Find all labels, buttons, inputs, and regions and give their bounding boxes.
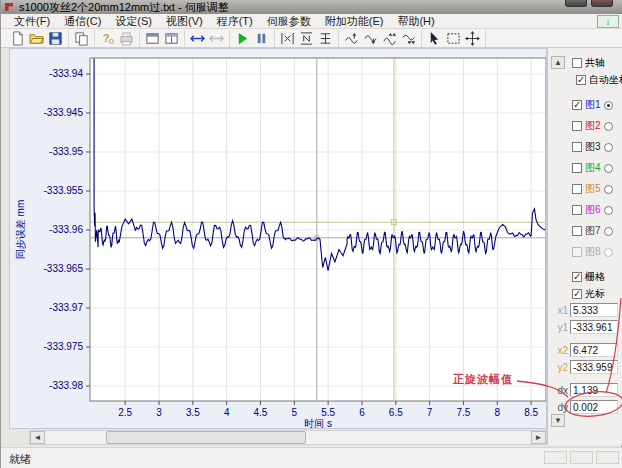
svg-text:8.5: 8.5 xyxy=(524,407,538,418)
readout-y1: y1 -333.961 xyxy=(554,320,618,334)
svg-text:-333.975: -333.975 xyxy=(44,341,84,352)
radio-chart-7[interactable] xyxy=(604,227,613,236)
status-bar: 就绪 xyxy=(1,447,622,468)
zoom-fit-icon[interactable] xyxy=(316,30,335,47)
readout-dx: dx 1.139 xyxy=(554,383,618,397)
panel-scroll-up-icon[interactable]: ▲ xyxy=(551,56,565,69)
svg-text:8: 8 xyxy=(495,407,501,418)
menu-comm[interactable]: 通信(C) xyxy=(57,13,108,30)
scale-x-down-icon[interactable] xyxy=(361,30,380,47)
svg-text:-333.95: -333.95 xyxy=(49,146,83,157)
maximize-button[interactable] xyxy=(565,0,587,7)
checkbox-auto-scale[interactable]: 自动坐标 xyxy=(576,73,622,87)
dy-field[interactable]: 0.002 xyxy=(570,400,618,414)
scrollbar-thumb[interactable] xyxy=(106,431,306,444)
app-window: s1000攻丝2个20mm12mm过.txt - 伺服调整 文件(F) 通信(C… xyxy=(0,0,622,468)
x2-field[interactable]: 6.472 xyxy=(570,343,618,357)
svg-text:6.5: 6.5 xyxy=(389,407,403,418)
scroll-left-icon[interactable]: ◄ xyxy=(30,431,45,444)
panel-toggle-button[interactable]: ↓ xyxy=(597,15,619,28)
pause-icon[interactable] xyxy=(252,30,271,47)
checkbox-common-axis[interactable]: 共轴 xyxy=(572,56,605,70)
svg-text:-333.965: -333.965 xyxy=(44,263,84,274)
dx-field[interactable]: 1.139 xyxy=(570,383,618,397)
close-button[interactable] xyxy=(591,0,613,7)
readout-y2: y2 -333.959 xyxy=(554,360,618,374)
checkbox-chart-6[interactable]: 图6 xyxy=(572,203,613,217)
svg-text:-333.945: -333.945 xyxy=(44,107,84,118)
copy-icon[interactable] xyxy=(72,30,91,47)
radio-chart-5[interactable] xyxy=(604,185,613,194)
menu-help[interactable]: 帮助(H) xyxy=(390,13,441,30)
svg-text:2.5: 2.5 xyxy=(118,407,132,418)
toolbar: ? xyxy=(1,29,622,48)
checkbox-grid[interactable]: 栅格 xyxy=(572,270,605,284)
checkbox-chart-2[interactable]: 图2 xyxy=(572,119,613,133)
menu-addons[interactable]: 附加功能(E) xyxy=(318,13,391,30)
svg-text:6: 6 xyxy=(359,407,365,418)
svg-text:4.5: 4.5 xyxy=(254,407,268,418)
save-icon[interactable] xyxy=(46,30,65,47)
readout-x2: x2 6.472 xyxy=(554,343,618,357)
radio-chart-6[interactable] xyxy=(604,206,613,215)
readout-x1: x1 5.333 xyxy=(554,303,618,317)
scroll-right-icon[interactable]: ► xyxy=(531,431,546,444)
start-icon[interactable] xyxy=(233,30,252,47)
checkbox-chart-8[interactable]: 图8 xyxy=(572,245,613,259)
menu-view[interactable]: 视图(V) xyxy=(159,13,210,30)
help-key-icon[interactable]: ? xyxy=(98,30,117,47)
y1-field[interactable]: -333.961 xyxy=(570,320,618,334)
window-2-icon[interactable] xyxy=(162,30,181,47)
svg-text:-333.98: -333.98 xyxy=(49,380,83,391)
menu-settings[interactable]: 设定(S) xyxy=(108,13,159,30)
horizontal-scrollbar[interactable]: ◄ ► xyxy=(29,430,547,445)
window-1-icon[interactable] xyxy=(143,30,162,47)
checkbox-chart-7[interactable]: 图7 xyxy=(572,224,613,238)
scale-y-down-icon[interactable] xyxy=(399,30,418,47)
scale-x-up-icon[interactable] xyxy=(342,30,361,47)
pan-icon[interactable] xyxy=(463,30,482,47)
svg-text:-333.94: -333.94 xyxy=(49,68,83,79)
svg-text:7: 7 xyxy=(427,407,433,418)
radio-chart-2[interactable] xyxy=(604,122,613,131)
menu-program[interactable]: 程序(T) xyxy=(210,13,260,30)
svg-text:5.5: 5.5 xyxy=(321,407,335,418)
svg-text:时间 s: 时间 s xyxy=(304,418,332,428)
svg-text:同步误差 mm: 同步误差 mm xyxy=(15,200,26,259)
status-text: 就绪 xyxy=(9,452,31,467)
svg-text:-333.955: -333.955 xyxy=(44,185,84,196)
x1-field[interactable]: 5.333 xyxy=(570,303,618,317)
radio-chart-4[interactable] xyxy=(604,164,613,173)
annotation-text: 正旋波幅值 xyxy=(453,372,513,387)
pointer-icon[interactable] xyxy=(425,30,444,47)
open-file-icon[interactable] xyxy=(27,30,46,47)
svg-text:-333.96: -333.96 xyxy=(49,224,83,235)
collapse-x-icon[interactable] xyxy=(207,30,226,47)
svg-text:7.5: 7.5 xyxy=(457,407,471,418)
scale-y-up-icon[interactable] xyxy=(380,30,399,47)
checkbox-chart-1[interactable]: 图1 xyxy=(572,98,613,112)
app-icon xyxy=(5,2,15,12)
radio-chart-1[interactable] xyxy=(604,101,613,110)
radio-chart-3[interactable] xyxy=(604,143,613,152)
menu-servo-params[interactable]: 伺服参数 xyxy=(260,13,318,30)
zoom-x-icon[interactable] xyxy=(278,30,297,47)
new-file-icon[interactable] xyxy=(8,30,27,47)
checkbox-chart-4[interactable]: 图4 xyxy=(572,161,613,175)
select-rect-icon[interactable] xyxy=(444,30,463,47)
panel-scroll-down-icon[interactable]: ▼ xyxy=(551,414,565,427)
checkbox-cursor[interactable]: 光标 xyxy=(572,287,605,301)
checkbox-chart-5[interactable]: 图5 xyxy=(572,182,613,196)
checkbox-chart-3[interactable]: 图3 xyxy=(572,140,613,154)
side-panel: ▲ ▼ 共轴 自动坐标 图1 图2 图3 图4 xyxy=(547,48,622,445)
menu-bar: 文件(F) 通信(C) 设定(S) 视图(V) 程序(T) 伺服参数 附加功能(… xyxy=(1,14,622,29)
zoom-y-icon[interactable] xyxy=(297,30,316,47)
print-icon[interactable] xyxy=(117,30,136,47)
expand-x-icon[interactable] xyxy=(188,30,207,47)
radio-chart-8 xyxy=(604,248,613,257)
svg-text:4: 4 xyxy=(224,407,230,418)
svg-text:-333.97: -333.97 xyxy=(49,302,83,313)
svg-text:3: 3 xyxy=(156,407,162,418)
y2-field[interactable]: -333.959 xyxy=(570,360,618,374)
menu-file[interactable]: 文件(F) xyxy=(7,13,57,30)
